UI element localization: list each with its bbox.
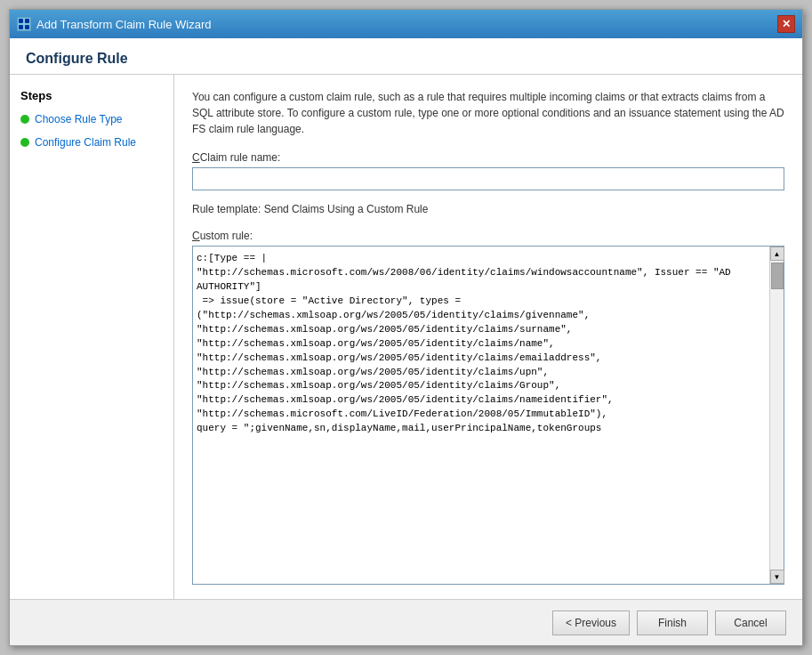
step-indicator-2 <box>20 138 29 147</box>
app-icon <box>17 17 31 31</box>
sidebar-title: Steps <box>20 89 163 102</box>
bottom-bar: < Previous Finish Cancel <box>10 599 802 645</box>
claim-rule-name-input[interactable] <box>192 167 784 190</box>
window-title: Add Transform Claim Rule Wizard <box>36 18 212 31</box>
custom-rule-label: Custom rule: <box>192 230 784 242</box>
custom-rule-textarea[interactable]: c:[Type == | "http://schemas.microsoft.c… <box>193 247 769 584</box>
step-indicator-1 <box>20 115 29 124</box>
claim-rule-name-field-group: CClaim rule name: <box>192 151 784 190</box>
cancel-button[interactable]: Cancel <box>715 611 786 635</box>
sidebar-item-label-1: Choose Rule Type <box>35 113 123 125</box>
svg-rect-0 <box>19 19 23 23</box>
finish-button[interactable]: Finish <box>637 611 708 635</box>
scroll-thumb[interactable] <box>771 263 784 289</box>
rule-template-text: Rule template: Send Claims Using a Custo… <box>192 203 784 215</box>
main-area: Steps Choose Rule Type Configure Claim R… <box>10 75 802 599</box>
title-bar-left: Add Transform Claim Rule Wizard <box>17 17 212 31</box>
sidebar-item-configure-claim[interactable]: Configure Claim Rule <box>20 134 163 150</box>
main-window: Add Transform Claim Rule Wizard ✕ Config… <box>9 9 803 646</box>
claim-rule-name-label: CClaim rule name: <box>192 151 784 164</box>
description-text: You can configure a custom claim rule, s… <box>192 89 784 137</box>
custom-rule-group: Custom rule: c:[Type == | "http://schema… <box>192 224 784 585</box>
svg-rect-1 <box>25 19 29 23</box>
close-button[interactable]: ✕ <box>777 15 795 33</box>
content-area: You can configure a custom claim rule, s… <box>174 75 802 599</box>
vertical-scrollbar[interactable]: ▲ ▼ <box>769 247 784 584</box>
sidebar-item-label-2: Configure Claim Rule <box>35 136 136 149</box>
scroll-down-arrow[interactable]: ▼ <box>770 570 784 584</box>
scroll-up-arrow[interactable]: ▲ <box>770 247 784 261</box>
window-content: Configure Rule Steps Choose Rule Type Co… <box>10 38 802 645</box>
svg-rect-3 <box>25 25 29 29</box>
sidebar-item-choose-rule[interactable]: Choose Rule Type <box>20 111 163 127</box>
title-bar: Add Transform Claim Rule Wizard ✕ <box>10 10 802 38</box>
page-title: Configure Rule <box>10 38 802 75</box>
svg-rect-2 <box>19 25 23 29</box>
custom-rule-textarea-wrapper: c:[Type == | "http://schemas.microsoft.c… <box>192 246 784 585</box>
sidebar: Steps Choose Rule Type Configure Claim R… <box>10 75 174 599</box>
previous-button[interactable]: < Previous <box>552 611 630 635</box>
